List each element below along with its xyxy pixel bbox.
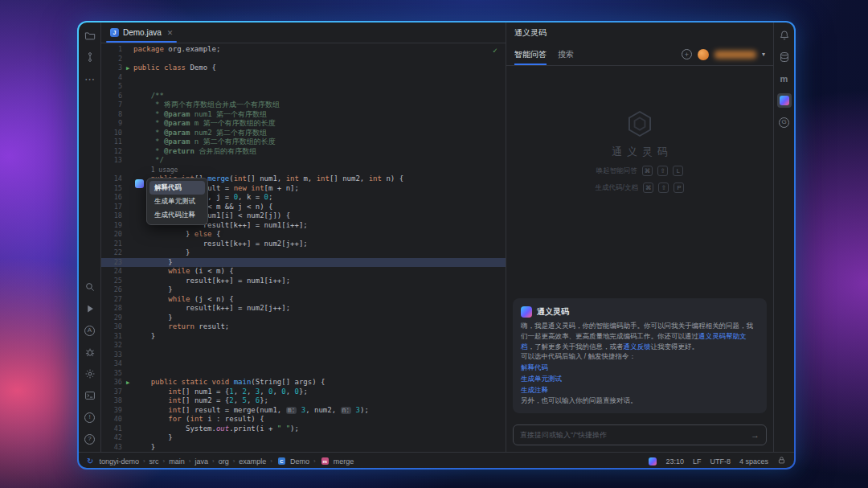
code-line[interactable]: 13 */ [101, 156, 506, 166]
run-arrow-icon[interactable]: ▶ [122, 64, 133, 73]
gutter-spacer [122, 304, 133, 314]
problems-icon[interactable]: ! [83, 410, 97, 424]
caret-position[interactable]: 23:10 [665, 457, 684, 465]
code-line[interactable]: 32 [101, 341, 506, 351]
code-line[interactable]: 25 result[k++] = num1[i++]; [101, 277, 506, 286]
tab-close-icon[interactable]: ✕ [167, 29, 174, 37]
code-line[interactable]: 38 int[] num2 = {2, 5, 6}; [101, 396, 506, 406]
avatar[interactable] [698, 49, 709, 60]
welcome-card-title: 通义灵码 [537, 306, 569, 318]
breadcrumb-org[interactable]: org [219, 457, 229, 465]
breadcrumb-method-merge[interactable]: merge [334, 457, 354, 465]
code-line[interactable]: 37 int[] num1 = {1, 2, 3, 0, 0, 0}; [101, 388, 506, 397]
code-line[interactable]: 24 while (i < m) { [101, 267, 506, 277]
code-line[interactable]: 27 while (j < n) { [101, 295, 506, 305]
menu-item-generate-comments[interactable]: 生成代码注释 [149, 208, 205, 222]
code-line[interactable]: 30 return result; [101, 322, 506, 332]
line-number: 20 [101, 230, 122, 240]
code-line[interactable]: 29 } [101, 314, 506, 323]
commit-icon[interactable] [83, 50, 97, 64]
code-line[interactable]: 33 [101, 351, 506, 360]
line-number: 10 [101, 129, 122, 138]
breadcrumb-main[interactable]: main [169, 457, 185, 465]
code-line[interactable]: 10 * @param num2 第二个有序数组 [101, 129, 506, 138]
breadcrumb-class-demo[interactable]: Demo [290, 457, 309, 465]
search-icon[interactable] [83, 280, 97, 294]
code-line[interactable]: 20 } else { [101, 230, 506, 240]
send-icon[interactable]: → [751, 431, 760, 440]
code-line[interactable]: 22 } [101, 248, 506, 258]
code-line[interactable]: 3▶public class Demo { [101, 64, 506, 73]
more-tool-windows-icon[interactable]: ⋯ [83, 72, 97, 86]
feedback-link[interactable]: 通义反馈 [624, 342, 651, 351]
lingma-logo-icon [521, 306, 532, 318]
lock-icon[interactable] [777, 456, 786, 466]
code-line[interactable]: 39 int[] result = merge(num1, m: 3, num2… [101, 406, 506, 416]
code-text: * @return 合并后的有序数组 [133, 147, 506, 157]
notifications-icon[interactable] [777, 28, 792, 43]
code-line[interactable]: 23 } [101, 258, 506, 268]
code-line[interactable]: 21 result[k++] = num2[j++]; [101, 240, 506, 249]
code-line[interactable]: 31 } [101, 332, 506, 342]
code-line[interactable]: 26 } [101, 285, 506, 295]
code-line[interactable]: 41 System.out.print(i + " "); [101, 424, 506, 434]
code-line[interactable]: 40 for (int i : result) { [101, 415, 506, 424]
breadcrumb-src[interactable]: src [149, 457, 159, 465]
code-line[interactable]: 4 [101, 73, 506, 83]
code-line[interactable]: 7 * 将两个有序数组合并成一个有序数组 [101, 100, 506, 110]
line-number: 29 [101, 314, 122, 323]
chat-input[interactable] [520, 431, 746, 439]
tab-demo-java[interactable]: J Demo.java ✕ [103, 23, 180, 43]
breadcrumb-project[interactable]: tongyi-demo [99, 457, 139, 465]
line-separator[interactable]: LF [693, 457, 702, 465]
code-line[interactable]: 1package org.example; [101, 45, 506, 55]
code-line[interactable]: 42 } [101, 433, 506, 443]
tab-search[interactable]: 搜索 [558, 43, 574, 65]
new-session-icon[interactable]: + [682, 49, 692, 59]
tongyi-lingma-icon[interactable] [777, 93, 792, 108]
cmd-generate-comments[interactable]: 生成注释 [521, 385, 759, 396]
indent-setting[interactable]: 4 spaces [739, 457, 768, 465]
code-line[interactable]: 12 * @return 合并后的有序数组 [101, 147, 506, 157]
debug-icon[interactable] [83, 345, 97, 359]
services-gear-icon[interactable] [83, 367, 97, 381]
ai-assistant-icon[interactable]: A [83, 323, 97, 338]
menu-item-generate-unit-test[interactable]: 生成单元测试 [149, 195, 205, 208]
file-encoding[interactable]: UTF-8 [710, 457, 731, 465]
menu-item-explain-code[interactable]: 解释代码 [149, 181, 205, 195]
code-line[interactable]: 5 [101, 82, 506, 92]
code-line[interactable]: 6 /** [101, 92, 506, 101]
sync-icon[interactable]: ↻ [87, 457, 93, 465]
help-icon[interactable]: ? [83, 432, 97, 446]
run-arrow-icon[interactable]: ▶ [122, 378, 133, 388]
code-editor[interactable]: ✓ 1package org.example;23▶public class D… [101, 43, 506, 452]
code-line[interactable]: 8 * @param num1 第一个有序数组 [101, 110, 506, 120]
gutter-spacer [122, 119, 133, 129]
code-line[interactable]: 9 * @param m 第一个有序数组的长度 [101, 119, 506, 129]
lingma-inline-action-icon[interactable] [135, 179, 144, 188]
breadcrumb-java[interactable]: java [194, 457, 208, 465]
code-line[interactable]: 11 * @param n 第二个有序数组的长度 [101, 137, 506, 147]
tab-smart-qa[interactable]: 智能问答 [514, 43, 547, 65]
gradle-icon[interactable]: G [777, 115, 792, 129]
code-line[interactable]: 2 [101, 55, 506, 64]
code-line[interactable]: 36▶ public static void main(String[] arg… [101, 378, 506, 388]
maven-icon[interactable]: m [777, 72, 792, 86]
inlay-hint-row[interactable]: 1 usage [101, 166, 506, 175]
status-bar-right: 23:10 LF UTF-8 4 spaces [649, 456, 786, 466]
breadcrumb-example[interactable]: example [239, 457, 266, 465]
code-line[interactable]: 28 result[k++] = num2[j++]; [101, 304, 506, 314]
inspection-ok-icon[interactable]: ✓ [493, 46, 497, 55]
line-number: 33 [101, 351, 122, 360]
code-line[interactable]: 34 [101, 359, 506, 369]
code-line[interactable]: 35 [101, 369, 506, 379]
run-icon[interactable] [83, 301, 97, 316]
database-icon[interactable] [777, 50, 792, 64]
lingma-status-icon[interactable] [649, 457, 657, 465]
project-folder-icon[interactable] [83, 28, 97, 43]
cmd-generate-unit-test[interactable]: 生成单元测试 [521, 374, 759, 384]
terminal-icon[interactable] [83, 388, 97, 403]
code-line[interactable]: 43 } [101, 443, 506, 453]
chevron-down-icon[interactable]: ▾ [762, 51, 765, 58]
cmd-explain-code[interactable]: 解释代码 [521, 363, 759, 373]
